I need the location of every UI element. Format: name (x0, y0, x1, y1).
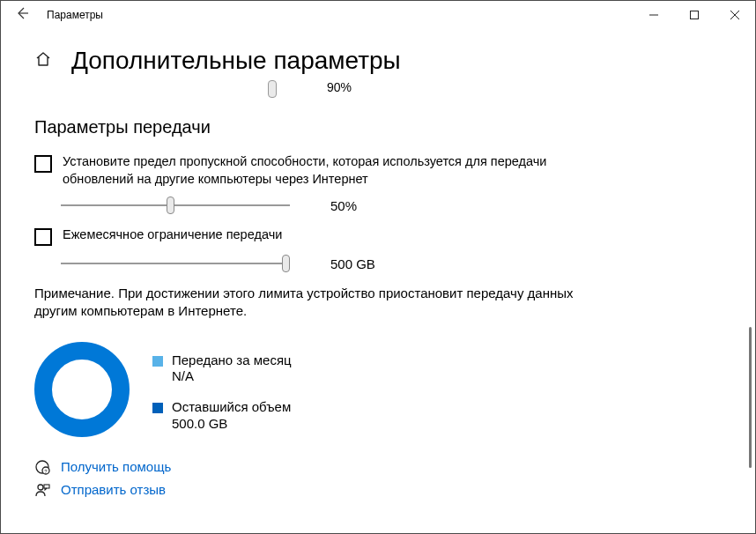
legend-remaining-label: Оставшийся объем (172, 399, 291, 414)
option-bandwidth-limit: Установите предел пропускной способности… (34, 153, 722, 188)
content-area: 90% Параметры передачи Установите предел… (1, 80, 755, 534)
legend-text: Передано за месяц N/A (172, 352, 292, 386)
titlebar: Параметры (1, 1, 755, 29)
usage-chart-block: Передано за месяц N/A Оставшийся объем 5… (34, 342, 722, 447)
help-link-text: Получить помощь (61, 459, 171, 474)
legend-text: Оставшийся объем 500.0 GB (172, 399, 291, 433)
slider-track (61, 204, 290, 206)
home-icon[interactable] (34, 50, 52, 72)
titlebar-left: Параметры (10, 3, 103, 27)
footer-links: ? Получить помощь Отправить отзыв (34, 459, 722, 498)
option-text: Ежемесячное ограничение передачи (63, 226, 282, 244)
page-header: Дополнительные параметры (1, 29, 755, 80)
svg-rect-8 (44, 485, 49, 488)
svg-rect-1 (691, 11, 699, 19)
slider-thumb-icon[interactable] (282, 255, 290, 272)
page-title: Дополнительные параметры (71, 47, 401, 75)
slider-thumb-icon[interactable] (167, 197, 174, 214)
swatch-icon (152, 356, 163, 367)
checkbox-bandwidth-limit[interactable] (34, 155, 52, 173)
maximize-button[interactable] (674, 1, 715, 29)
settings-window: Параметры Дополнительные параметры 90% П… (0, 0, 756, 534)
donut-chart-icon (34, 342, 130, 437)
previous-slider-value: 90% (327, 80, 352, 94)
legend: Передано за месяц N/A Оставшийся объем 5… (152, 352, 292, 447)
previous-slider-remnant: 90% (34, 80, 722, 103)
minimize-button[interactable] (634, 1, 674, 29)
monthly-slider[interactable] (61, 255, 290, 272)
slider-track (61, 263, 290, 264)
monthly-value: 500 GB (330, 256, 375, 271)
close-button[interactable] (715, 1, 755, 29)
help-link[interactable]: ? Получить помощь (34, 459, 722, 475)
note-text: Примечание. При достижении этого лимита … (34, 285, 598, 321)
svg-point-7 (38, 485, 43, 490)
feedback-link[interactable]: Отправить отзыв (34, 482, 722, 498)
checkbox-monthly-limit[interactable] (34, 228, 52, 246)
bandwidth-slider[interactable] (61, 197, 290, 214)
legend-uploaded: Передано за месяц N/A (152, 352, 292, 386)
slider-monthly: 500 GB (61, 255, 722, 272)
legend-remaining: Оставшийся объем 500.0 GB (152, 399, 292, 433)
slider-thumb-icon[interactable] (268, 80, 277, 98)
feedback-link-text: Отправить отзыв (61, 482, 166, 497)
app-title: Параметры (47, 9, 103, 21)
window-controls (634, 1, 755, 29)
scrollbar[interactable] (749, 327, 752, 468)
legend-remaining-value: 500.0 GB (172, 416, 227, 431)
option-text: Установите предел пропускной способности… (63, 153, 556, 188)
section-title: Параметры передачи (34, 117, 722, 137)
help-icon: ? (34, 459, 50, 475)
legend-uploaded-label: Передано за месяц (172, 352, 292, 367)
back-button[interactable] (10, 3, 34, 27)
bandwidth-value: 50% (330, 198, 357, 213)
swatch-icon (152, 403, 163, 413)
feedback-icon (34, 482, 50, 498)
legend-uploaded-value: N/A (172, 368, 194, 383)
slider-bandwidth: 50% (61, 197, 722, 214)
option-monthly-limit: Ежемесячное ограничение передачи (34, 226, 722, 246)
